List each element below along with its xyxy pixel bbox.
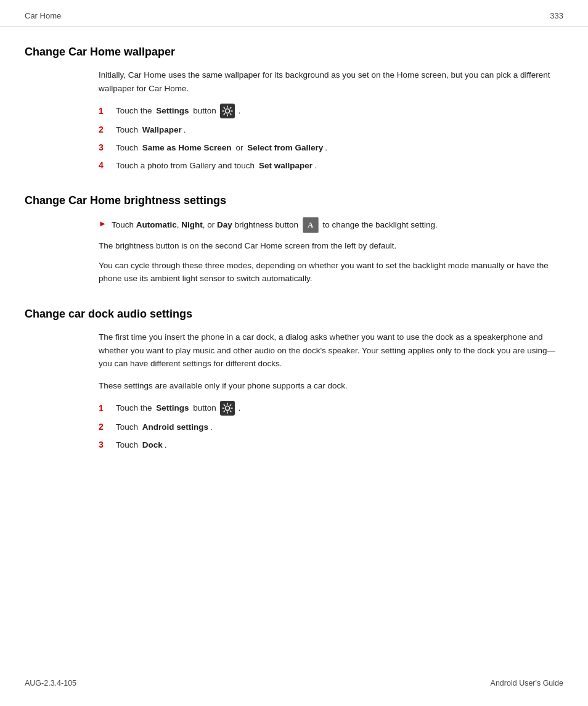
step3-bold1: Same as Home Screen [142, 142, 232, 154]
step4-text1: Touch a photo from Gallery and touch [116, 160, 257, 172]
wallpaper-step-2: 2 Touch Wallpaper. [99, 123, 563, 136]
section-dock-title: Change car dock audio settings [25, 308, 563, 321]
section-dock-audio: Change car dock audio settings The first… [25, 308, 563, 451]
footer-doc-id: AUG-2.3.4-105 [25, 679, 76, 688]
dock-step1-text-after: . [239, 402, 241, 414]
page-content: Change Car Home wallpaper Initially, Car… [0, 27, 588, 511]
footer-guide-name: Android User's Guide [491, 679, 563, 688]
brightness-para2: You can cycle through these three modes,… [99, 259, 563, 285]
brightness-bullet-text: Touch Automatic, Night, or Day brightnes… [112, 217, 563, 233]
wallpaper-step-3: 3 Touch Same as Home Screen or Select fr… [99, 141, 563, 154]
step4-bold: Set wallpaper [259, 160, 312, 172]
step2-period: . [184, 124, 186, 136]
dock-step3-text: Touch [116, 439, 141, 451]
page-footer: AUG-2.3.4-105 Android User's Guide [25, 679, 563, 688]
brightness-icon: A [303, 217, 319, 233]
dock-step-3: 3 Touch Dock. [99, 438, 563, 451]
svg-point-1 [225, 406, 229, 411]
step3-or: or [234, 142, 246, 154]
settings-icon-2 [220, 401, 235, 416]
dock-step1-text-before: Touch the [116, 402, 154, 414]
section-wallpaper: Change Car Home wallpaper Initially, Car… [25, 46, 563, 172]
step1-bold: Settings [156, 105, 189, 117]
step4-period: . [314, 160, 317, 172]
dock-step-1: 1 Touch the Settings button . [99, 401, 563, 416]
bright-day: Day [217, 220, 232, 229]
step2-text: Touch [116, 124, 141, 136]
dock-step2-text: Touch [116, 421, 141, 433]
step1-text-after: . [239, 105, 241, 117]
header-page-number: 333 [550, 11, 563, 20]
section-brightness: Change Car Home brightness settings ► To… [25, 194, 563, 285]
brightness-bullet: ► Touch Automatic, Night, or Day brightn… [99, 217, 563, 233]
bullet-arrow-icon: ► [99, 218, 107, 230]
dock-step2-bold: Android settings [142, 421, 208, 433]
step3-period: . [325, 142, 327, 154]
brightness-para1: The brightness button is on the second C… [99, 239, 563, 253]
section-brightness-title: Change Car Home brightness settings [25, 194, 563, 207]
dock-steps: 1 Touch the Settings button . 2 Touch An… [99, 401, 563, 451]
settings-icon-1 [220, 104, 235, 118]
wallpaper-steps: 1 Touch the Settings button . 2 Touch Wa… [99, 104, 563, 172]
step3-bold2: Select from Gallery [247, 142, 323, 154]
wallpaper-step-4: 4 Touch a photo from Gallery and touch S… [99, 159, 563, 172]
dock-step1-text-button: button [191, 402, 216, 414]
brightness-bullet-section: ► Touch Automatic, Night, or Day brightn… [99, 217, 563, 233]
step2-bold: Wallpaper [142, 124, 182, 136]
dock-step1-bold: Settings [156, 402, 189, 414]
dock-step3-bold: Dock [142, 439, 163, 451]
section-wallpaper-title: Change Car Home wallpaper [25, 46, 563, 59]
dock-step2-period: . [210, 421, 213, 433]
bright-night: Night [181, 220, 203, 229]
dock-intro1: The first time you insert the phone in a… [99, 330, 563, 371]
wallpaper-intro: Initially, Car Home uses the same wallpa… [99, 68, 563, 95]
dock-intro2: These settings are available only if you… [99, 379, 563, 393]
dock-step-2: 2 Touch Android settings. [99, 421, 563, 433]
dock-step3-period: . [165, 439, 167, 451]
step1-text-button: button [191, 105, 216, 117]
svg-point-0 [225, 109, 229, 113]
step3-text1: Touch [116, 142, 141, 154]
page-header: Car Home 333 [0, 0, 588, 27]
wallpaper-step-1: 1 Touch the Settings button . [99, 104, 563, 118]
header-section-title: Car Home [25, 11, 61, 20]
bright-automatic: Automatic [136, 220, 177, 229]
step1-text-before: Touch the [116, 105, 154, 117]
